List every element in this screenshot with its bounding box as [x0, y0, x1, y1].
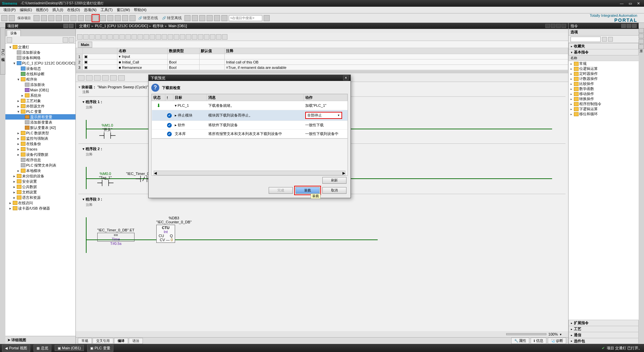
tree-item[interactable]: 添加新变量表: [5, 120, 75, 125]
tree-item[interactable]: ▸文档设置: [5, 189, 75, 195]
info-tab-crossref[interactable]: 交叉引用: [93, 338, 113, 344]
instruction-folder[interactable]: ▸ 转换操作: [569, 96, 639, 101]
tree-item[interactable]: ▸安全设置: [5, 179, 75, 184]
panel-properties[interactable]: 🔧 属性: [511, 338, 530, 344]
menu-view[interactable]: 视图(V): [34, 7, 50, 12]
tb-misc5-icon[interactable]: [214, 15, 220, 21]
et-icon[interactable]: [210, 34, 215, 40]
tree-item[interactable]: ▸本地模块: [5, 168, 75, 173]
tb-misc6-icon[interactable]: [221, 15, 227, 21]
instruction-folder[interactable]: ▸ 定时器操作: [569, 71, 639, 76]
tech-section[interactable]: ▸工艺: [569, 326, 639, 332]
overview-tab[interactable]: ▦ 总览: [34, 345, 51, 352]
tree-item[interactable]: ▸PLC 数据类型: [5, 130, 75, 136]
r-hdr-icon[interactable]: [627, 24, 631, 28]
plc-var-tab[interactable]: ▣ PLC 变量: [87, 345, 113, 352]
tree-item[interactable]: ▸在线访问: [5, 200, 75, 206]
tree-item[interactable]: ▸系统块: [5, 93, 75, 98]
portal-view-button[interactable]: ◀ Portal 视图: [2, 345, 30, 352]
tree-item[interactable]: 默认变量表 [42]: [5, 125, 75, 130]
panel-diagnostics[interactable]: 🩺 诊断: [548, 338, 566, 344]
tree-item[interactable]: 添加新设备: [5, 50, 75, 55]
open-project-icon[interactable]: [9, 15, 15, 21]
rail-instructions[interactable]: 指令: [639, 28, 644, 33]
instruction-folder[interactable]: ▸ 字逻辑运算: [569, 106, 639, 112]
et-icon[interactable]: [138, 34, 143, 40]
et-icon[interactable]: [119, 34, 125, 40]
left-side-rail[interactable]: PLC编程: [0, 28, 5, 75]
tree-item[interactable]: ▸设备代理数据: [5, 152, 75, 157]
stop-icon[interactable]: [115, 15, 121, 21]
devices-tab[interactable]: 设备: [7, 30, 21, 36]
block-interface-table[interactable]: 名称数据类型 默认值注释 1▣▾ Input2▣■ Initial_CallBo…: [76, 48, 568, 70]
et-icon[interactable]: [156, 34, 161, 40]
r-tb-icon[interactable]: [602, 37, 607, 42]
lad-tb-icon[interactable]: [78, 75, 85, 81]
favorites-section[interactable]: ▸收藏夹: [569, 43, 639, 49]
tree-item[interactable]: 显示所有变量: [5, 114, 75, 120]
rail-test[interactable]: 测试: [639, 34, 644, 38]
tree-item[interactable]: Main [OB1]: [5, 87, 75, 93]
window-controls[interactable]: — ▭ ✕: [620, 1, 642, 6]
et-icon[interactable]: [144, 34, 149, 40]
ext-instr-section[interactable]: ▸扩展指令: [569, 320, 639, 326]
tree-item[interactable]: ▸Traces: [5, 146, 75, 152]
project-tree[interactable]: ▾交通灯添加新设备设备和网络▾PLC_1 [CPU 1212C DC/DC/DC…: [5, 44, 75, 336]
menu-project[interactable]: 项目(P): [1, 7, 18, 12]
et-icon[interactable]: [180, 34, 185, 40]
go-offline-button[interactable]: 🔗 转至离线: [161, 15, 183, 20]
et-icon[interactable]: [95, 34, 101, 40]
et-icon[interactable]: [150, 34, 155, 40]
search-icon[interactable]: [122, 15, 128, 21]
tree-collapse-icon[interactable]: [63, 24, 68, 28]
editor-max-icon[interactable]: [556, 24, 561, 28]
tb-misc4-icon[interactable]: [207, 15, 213, 21]
load-button[interactable]: 装载: [296, 187, 320, 194]
lad-tb-icon[interactable]: [102, 75, 109, 81]
search-go-icon[interactable]: [264, 15, 270, 21]
tree-item[interactable]: 设备组态: [5, 66, 75, 71]
instruction-folder[interactable]: ▸ 数学函数: [569, 86, 639, 91]
r-tb-icon[interactable]: [608, 37, 613, 42]
et-icon[interactable]: [204, 34, 209, 40]
et-icon[interactable]: [113, 34, 119, 40]
bc-seg-3[interactable]: Main [OB1]: [167, 24, 188, 28]
project-search-input[interactable]: [229, 15, 262, 21]
tree-item[interactable]: ▾PLC_1 [CPU 1212C DC/DC/DC]: [5, 60, 75, 66]
instruction-folder[interactable]: ▸ 比较操作: [569, 81, 639, 86]
instruction-folder[interactable]: ▸ 常规: [569, 61, 639, 66]
tree-tb-icon-3[interactable]: [69, 37, 74, 43]
details-view-header[interactable]: ➤ 详细视图: [5, 336, 75, 344]
start-icon[interactable]: [107, 15, 113, 21]
tree-item[interactable]: ▸工艺对象: [5, 98, 75, 103]
tree-item[interactable]: ▸外部源文件: [5, 103, 75, 109]
optpkg-section[interactable]: ▸选件包: [569, 338, 639, 344]
instruction-folder[interactable]: ▸ 计数器操作: [569, 76, 639, 81]
paste-icon[interactable]: [56, 15, 62, 21]
panel-info[interactable]: ℹ 信息: [531, 338, 546, 344]
tree-item[interactable]: 设备和网络: [5, 55, 75, 60]
delete-icon[interactable]: [63, 15, 69, 21]
lad-tb-icon[interactable]: [110, 75, 117, 81]
r-hdr-icon[interactable]: [632, 24, 637, 28]
tree-item[interactable]: PLC 报警文本列表: [5, 163, 75, 168]
et-icon[interactable]: [101, 34, 107, 40]
et-icon[interactable]: [168, 34, 173, 40]
stop-action-dropdown[interactable]: 全部停止▼: [305, 112, 342, 119]
tree-item[interactable]: ▸语言和资源: [5, 195, 75, 200]
tree-tb-icon-1[interactable]: [7, 37, 12, 43]
tree-item[interactable]: ▸公共数据: [5, 184, 75, 189]
menu-insert[interactable]: 插入(I): [50, 7, 65, 12]
info-tab-general[interactable]: 常规: [78, 338, 92, 344]
tb-misc2-icon[interactable]: [192, 15, 198, 21]
editor-float-icon[interactable]: [551, 24, 555, 28]
basic-instructions-section[interactable]: ▾基本指令: [569, 49, 639, 55]
rail-tasks[interactable]: 任务: [639, 39, 644, 44]
lad-tb-icon[interactable]: [94, 75, 101, 81]
lad-tb-icon[interactable]: [118, 75, 125, 81]
refresh-button[interactable]: 刷新: [322, 177, 346, 184]
editor-min-icon[interactable]: [545, 24, 550, 28]
bc-seg-1[interactable]: PLC_1 [CPU 1212C DC/DC/DC]: [94, 24, 149, 28]
lad-tb-icon[interactable]: [86, 75, 93, 81]
tree-item[interactable]: ▸未分组的设备: [5, 173, 75, 179]
